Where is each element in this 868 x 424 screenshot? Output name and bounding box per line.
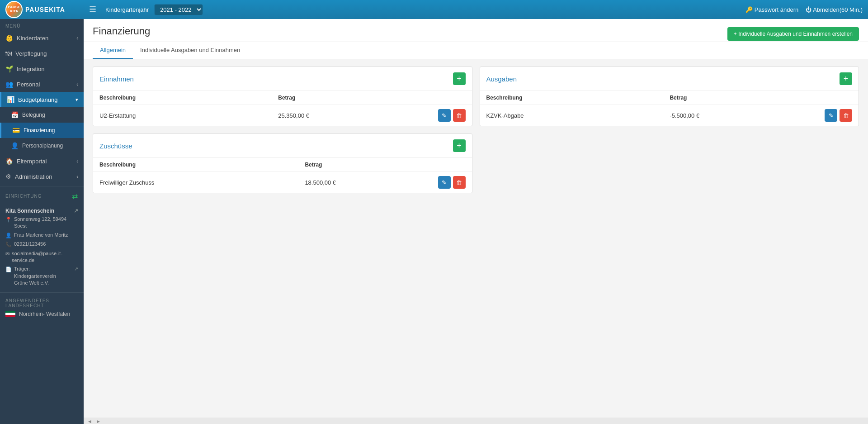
ausgaben-delete-button[interactable]: 🗑 — [840, 109, 852, 122]
einnahmen-card-header: Einnahmen + — [93, 67, 472, 91]
einrichtung-section: EINRICHTUNG ⇄ — [0, 188, 84, 204]
landesrecht-label: ANGEWENDETES LANDESRECHT — [5, 298, 78, 308]
empty-right-column — [480, 133, 859, 200]
address-icon: 📍 — [5, 216, 12, 223]
einnahmen-table: Beschreibung Betrag U2-Erstattung 25.350… — [93, 91, 472, 126]
sidebar-item-administration[interactable]: ⚙ Administration ‹ — [0, 169, 84, 184]
einnahmen-row-beschreibung: U2-Erstattung — [93, 105, 272, 126]
traeger-external-icon[interactable]: ↗ — [74, 266, 78, 272]
ausgaben-col-betrag: Betrag — [663, 91, 818, 105]
sidebar-item-kinderdaten[interactable]: 👶 Kinderdaten ‹ — [0, 30, 84, 46]
main-layout: MENÜ 👶 Kinderdaten ‹ 🍽 Verpflegung 🌱 Int… — [0, 19, 868, 424]
kita-external-icon[interactable]: ↗ — [74, 208, 78, 214]
create-button[interactable]: + Individuelle Ausgaben und Einnahmen er… — [727, 27, 859, 41]
sidebar-item-integration[interactable]: 🌱 Integration — [0, 61, 84, 76]
kita-traeger-line: 📄 Träger: Kindergartenverein Grüne Welt … — [5, 266, 78, 286]
logo-text: PAUSEKITA — [25, 6, 65, 13]
ausgaben-col-beschreibung: Beschreibung — [480, 91, 664, 105]
page-title: Finanzierung — [93, 25, 150, 42]
einnahmen-col-beschreibung: Beschreibung — [93, 91, 272, 105]
passwort-link[interactable]: 🔑 Passwort ändern — [745, 6, 798, 13]
scroll-left-icon[interactable]: ◄ — [85, 419, 94, 424]
scroll-right-icon[interactable]: ► — [94, 419, 103, 424]
chevron-icon: ‹ — [76, 35, 78, 41]
landesrecht-item: Nordrhein- Westfalen — [5, 311, 78, 317]
bundesland-label: Nordrhein- Westfalen — [19, 311, 70, 317]
phone-icon: 📞 — [5, 241, 12, 248]
table-row: U2-Erstattung 25.350,00 € ✎ 🗑 — [93, 105, 472, 126]
header-middle: ☰ Kindergartenjahr 2021 - 2022 2020 - 20… — [89, 4, 745, 15]
main-content: Finanzierung + Individuelle Ausgaben und… — [84, 19, 868, 424]
tab-allgemein[interactable]: Allgemein — [93, 42, 133, 59]
ausgaben-title: Ausgaben — [486, 75, 517, 83]
menu-section-label: MENÜ — [0, 19, 84, 30]
chevron-icon: ‹ — [76, 81, 78, 87]
einrichtung-label: EINRICHTUNG — [5, 194, 42, 199]
kita-name: Kita Sonnenschein ↗ — [5, 208, 78, 214]
abmelden-link[interactable]: ⏻ Abmelden(60 Min.) — [806, 6, 863, 13]
bottom-row-grid: Zuschüsse + Beschreibung Betrag — [93, 133, 859, 200]
einnahmen-add-button[interactable]: + — [453, 72, 466, 85]
einnahmen-title: Einnahmen — [99, 75, 134, 83]
kinderdaten-icon: 👶 — [5, 34, 13, 42]
elternportal-icon: 🏠 — [5, 157, 13, 165]
sidebar-item-personal[interactable]: 👥 Personal ‹ — [0, 76, 84, 92]
zuschuesse-row-actions: ✎ 🗑 — [438, 176, 466, 189]
email-icon: ✉ — [5, 251, 9, 257]
sidebar-label-finanzierung: Finanzierung — [24, 127, 55, 133]
zuschuesse-col-beschreibung: Beschreibung — [93, 158, 298, 172]
einrichtung-switch-icon[interactable]: ⇄ — [72, 192, 78, 200]
sidebar-item-belegung[interactable]: 📅 Belegung — [0, 107, 84, 123]
kita-info: Kita Sonnenschein ↗ 📍 Sonnenweg 122, 594… — [0, 204, 84, 291]
zuschuesse-delete-button[interactable]: 🗑 — [453, 176, 466, 189]
sidebar-item-verpflegung[interactable]: 🍽 Verpflegung — [0, 46, 84, 61]
tab-individuelle[interactable]: Individuelle Ausgaben und Einnahmen — [133, 42, 247, 59]
menu-hamburger-icon[interactable]: ☰ — [89, 5, 96, 14]
ausgaben-card-header: Ausgaben + — [480, 67, 859, 91]
person-icon: 👤 — [5, 232, 12, 239]
sidebar-label-kinderdaten: Kinderdaten — [17, 35, 48, 42]
zuschuesse-edit-button[interactable]: ✎ — [438, 176, 451, 189]
sidebar-label-integration: Integration — [17, 66, 44, 72]
belegung-icon: 📅 — [11, 111, 19, 119]
personalplanung-icon: 👤 — [11, 142, 19, 149]
integration-icon: 🌱 — [5, 65, 13, 72]
top-header: PAUSEKITA PAUSEKITA ☰ Kindergartenjahr 2… — [0, 0, 868, 19]
sidebar-label-personal: Personal — [17, 81, 40, 88]
sidebar-label-administration: Administration — [15, 173, 52, 180]
zuschuesse-col-betrag: Betrag — [298, 158, 431, 172]
einnahmen-edit-button[interactable]: ✎ — [438, 109, 451, 122]
nrw-flag-icon — [5, 311, 15, 317]
sidebar-item-finanzierung[interactable]: 💳 Finanzierung — [0, 123, 84, 138]
year-select[interactable]: 2021 - 2022 2020 - 2021 2022 - 2023 — [154, 4, 203, 15]
kindergartenjahr-label: Kindergartenjahr — [105, 6, 149, 13]
ausgaben-row-beschreibung: KZVK-Abgabe — [480, 105, 664, 126]
ausgaben-card: Ausgaben + Beschreibung Betrag — [480, 67, 859, 126]
sidebar-divider-2 — [0, 292, 84, 293]
logo-area: PAUSEKITA PAUSEKITA — [5, 1, 89, 18]
table-row: KZVK-Abgabe -5.500,00 € ✎ 🗑 — [480, 105, 859, 126]
kita-email-line: ✉ socialmedia@pause-it-service.de — [5, 250, 78, 264]
sidebar-divider — [0, 186, 84, 186]
budgetplanung-icon: 📊 — [7, 96, 14, 103]
kita-address-line: 📍 Sonnenweg 122, 59494 Soest — [5, 216, 78, 230]
zuschuesse-add-button[interactable]: + — [453, 139, 466, 152]
ausgaben-edit-button[interactable]: ✎ — [825, 109, 837, 122]
einnahmen-delete-button[interactable]: 🗑 — [453, 109, 466, 122]
sidebar-label-elternportal: Elternportal — [17, 158, 47, 165]
sidebar-item-budgetplanung[interactable]: 📊 Budgetplanung ▾ — [0, 92, 84, 107]
zuschuesse-row-betrag: 18.500,00 € — [298, 172, 431, 193]
sidebar-label-budgetplanung: Budgetplanung — [18, 96, 57, 103]
zuschuesse-card-header: Zuschüsse + — [93, 134, 472, 158]
einnahmen-row-actions: ✎ 🗑 — [438, 109, 466, 122]
ausgaben-add-button[interactable]: + — [840, 72, 852, 85]
sidebar-item-personalplanung[interactable]: 👤 Personalplanung — [0, 138, 84, 153]
chevron-down-icon: ▾ — [75, 97, 78, 103]
chevron-icon: ‹ — [76, 174, 78, 179]
ausgaben-row-betrag: -5.500,00 € — [663, 105, 818, 126]
sidebar-item-elternportal[interactable]: 🏠 Elternportal ‹ — [0, 153, 84, 169]
personal-icon: 👥 — [5, 81, 13, 88]
sidebar-label-personalplanung: Personalplanung — [22, 143, 63, 149]
kita-phone-line: 📞 02921/123456 — [5, 241, 78, 248]
sidebar: MENÜ 👶 Kinderdaten ‹ 🍽 Verpflegung 🌱 Int… — [0, 19, 84, 424]
